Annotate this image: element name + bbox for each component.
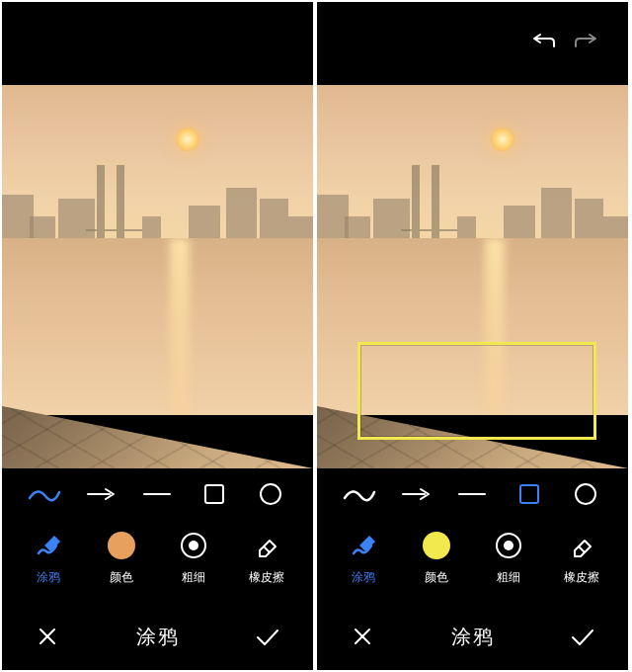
tool-eraser[interactable]: 橡皮擦 xyxy=(545,526,618,586)
skyline xyxy=(317,165,628,238)
svg-point-3 xyxy=(189,541,198,550)
redo-button[interactable] xyxy=(565,22,608,65)
shape-arrow[interactable] xyxy=(79,472,122,516)
shape-line[interactable] xyxy=(135,472,179,516)
undo-button[interactable] xyxy=(521,22,565,65)
tool-stroke-label: 粗细 xyxy=(497,569,520,586)
shape-circle[interactable] xyxy=(249,472,292,516)
stroke-icon xyxy=(174,526,213,565)
shape-circle[interactable] xyxy=(564,472,607,516)
screen-right: 涂鸦 颜色 粗细 橡皮擦 xyxy=(317,2,628,670)
sun xyxy=(176,127,199,151)
top-bar xyxy=(2,2,313,85)
check-icon xyxy=(254,625,281,648)
shape-wave[interactable] xyxy=(338,472,381,516)
canvas-image[interactable] xyxy=(317,85,628,468)
cancel-button[interactable] xyxy=(341,615,384,658)
drawn-rectangle[interactable] xyxy=(357,342,596,440)
screen-left: 涂鸦 颜色 粗细 橡皮擦 xyxy=(2,2,313,670)
tool-color-label: 颜色 xyxy=(425,569,448,586)
cancel-button[interactable] xyxy=(26,615,69,658)
screen-title: 涂鸦 xyxy=(384,624,561,650)
svg-point-7 xyxy=(504,541,514,550)
shape-picker xyxy=(2,468,313,520)
eraser-icon xyxy=(562,526,601,565)
screen-title: 涂鸦 xyxy=(69,624,246,650)
bottom-bar: 涂鸦 xyxy=(2,603,313,670)
svg-point-1 xyxy=(261,484,280,504)
close-icon xyxy=(351,625,374,648)
bottom-bar: 涂鸦 xyxy=(317,603,628,670)
shape-picker xyxy=(317,468,628,520)
stroke-icon xyxy=(489,526,528,565)
doodle-icon xyxy=(29,526,68,565)
tool-doodle-label: 涂鸦 xyxy=(352,569,375,586)
svg-rect-4 xyxy=(520,485,538,503)
undo-icon xyxy=(528,33,558,54)
shape-square[interactable] xyxy=(508,472,551,516)
svg-rect-0 xyxy=(205,485,223,503)
canvas-image[interactable] xyxy=(2,85,313,468)
tool-stroke[interactable]: 粗细 xyxy=(158,526,231,586)
tool-row: 涂鸦 颜色 粗细 橡皮擦 xyxy=(2,520,313,603)
shape-square[interactable] xyxy=(193,472,236,516)
confirm-button[interactable] xyxy=(246,615,289,658)
color-swatch-icon xyxy=(102,526,141,565)
skyline xyxy=(2,165,313,238)
top-bar xyxy=(317,2,628,85)
tool-row: 涂鸦 颜色 粗细 橡皮擦 xyxy=(317,520,628,603)
tool-color[interactable]: 颜色 xyxy=(85,526,158,586)
tool-doodle-label: 涂鸦 xyxy=(37,569,60,586)
tool-color-label: 颜色 xyxy=(110,569,133,586)
check-icon xyxy=(569,625,596,648)
sun xyxy=(491,127,514,151)
water xyxy=(2,238,313,414)
shape-wave[interactable] xyxy=(23,472,66,516)
tool-eraser-label: 橡皮擦 xyxy=(249,569,284,586)
close-icon xyxy=(36,625,59,648)
tool-doodle[interactable]: 涂鸦 xyxy=(12,526,85,586)
shape-line[interactable] xyxy=(450,472,494,516)
tool-color[interactable]: 颜色 xyxy=(400,526,473,586)
doodle-icon xyxy=(344,526,383,565)
tool-eraser[interactable]: 橡皮擦 xyxy=(230,526,303,586)
eraser-icon xyxy=(247,526,286,565)
tool-stroke-label: 粗细 xyxy=(182,569,205,586)
svg-point-5 xyxy=(576,484,595,504)
tool-eraser-label: 橡皮擦 xyxy=(564,569,599,586)
shape-arrow[interactable] xyxy=(394,472,437,516)
redo-icon xyxy=(572,33,601,54)
color-swatch-icon xyxy=(417,526,456,565)
confirm-button[interactable] xyxy=(561,615,604,658)
tool-doodle[interactable]: 涂鸦 xyxy=(327,526,400,586)
tool-stroke[interactable]: 粗细 xyxy=(473,526,546,586)
